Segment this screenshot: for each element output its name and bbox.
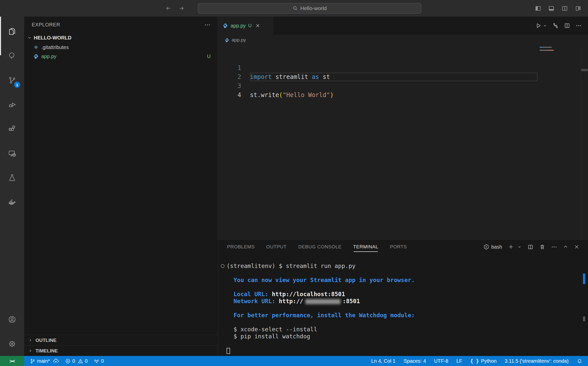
activity-item-search[interactable] xyxy=(0,43,24,68)
errors-icon xyxy=(65,358,71,364)
chevron-down-icon xyxy=(27,35,32,40)
panel-tab-terminal[interactable]: TERMINAL xyxy=(353,240,378,254)
views-more-actions-icon[interactable] xyxy=(204,22,211,28)
customize-layout-icon[interactable] xyxy=(575,5,581,12)
split-editor-icon[interactable] xyxy=(564,22,570,29)
terminal-line: For better performance, install the Watc… xyxy=(227,312,579,319)
code-line-3: 3 st.write("Hello World") xyxy=(218,63,588,72)
activity-item-extensions[interactable] xyxy=(0,117,24,141)
workspace-folder-row[interactable]: HELLO-WORLD xyxy=(24,33,218,43)
terminal-overview-command-mark xyxy=(583,273,585,284)
file-row-app-py[interactable]: app.py U xyxy=(24,52,218,61)
run-python-file-icon[interactable] xyxy=(535,22,542,29)
radio-tower-icon xyxy=(94,358,99,364)
section-outline[interactable]: OUTLINE xyxy=(24,335,218,345)
new-terminal-icon[interactable] xyxy=(508,244,514,250)
forwarded-ports-item[interactable]: 0 xyxy=(92,358,106,364)
file-name: .gitattributes xyxy=(41,44,69,50)
cursor-position-item[interactable]: Ln 4, Col 1 xyxy=(371,358,396,364)
panel-tab-debug-console[interactable]: DEBUG CONSOLE xyxy=(298,240,342,254)
terminal-dropdown-chevron-icon[interactable] xyxy=(517,245,522,249)
activity-bar: 1 xyxy=(0,17,24,356)
toggle-panel-icon[interactable] xyxy=(548,5,555,12)
encoding-item[interactable]: UTF-8 xyxy=(434,358,448,364)
remote-indicator[interactable]: >< xyxy=(0,356,24,366)
current-line-highlight xyxy=(250,73,537,81)
editor-tab-bar: app.py U xyxy=(218,17,588,35)
panel-tab-output[interactable]: OUTPUT xyxy=(266,240,287,254)
tab-untracked-badge: U xyxy=(248,23,252,28)
panel-more-actions-icon[interactable] xyxy=(551,244,557,250)
file-name: app.py xyxy=(41,54,56,59)
breadcrumb[interactable]: app.py xyxy=(218,35,588,45)
terminal-line: Network URL: http://:8501 xyxy=(227,298,579,305)
activity-item-explorer[interactable] xyxy=(0,19,24,43)
close-icon[interactable] xyxy=(255,23,260,28)
terminal-output[interactable]: (streamlitenv) $ streamlit run app.py Yo… xyxy=(227,262,579,354)
split-terminal-icon[interactable] xyxy=(527,244,534,250)
search-value: Hello-world xyxy=(300,5,327,11)
terminal-line: $ xcode-select --install xyxy=(227,326,579,333)
terminal-line xyxy=(227,347,579,354)
terminal-line: Local URL: http://localhost:8501 xyxy=(227,291,579,298)
panel-tab-problems[interactable]: PROBLEMS xyxy=(227,240,255,254)
kill-terminal-trash-icon[interactable] xyxy=(539,244,545,250)
scm-changes-badge: 1 xyxy=(14,82,20,88)
activity-item-source-control[interactable]: 1 xyxy=(0,68,24,92)
panel-tab-ports[interactable]: PORTS xyxy=(390,240,407,254)
sidebar-title: EXPLORER xyxy=(32,22,60,28)
editor-group[interactable]: app.py U app.py 1 import streamlit as st… xyxy=(218,17,588,239)
activity-item-settings[interactable] xyxy=(0,332,24,356)
vscode-window: Hello-world 1 EXPLORER HELLO-WORLD .gita… xyxy=(0,0,588,366)
notifications-bell-icon[interactable] xyxy=(577,358,582,364)
breadcrumb-file: app.py xyxy=(232,37,246,43)
terminal-line xyxy=(227,305,579,312)
python-icon xyxy=(223,23,228,28)
minimap[interactable] xyxy=(538,45,581,239)
terminal-line xyxy=(227,284,579,291)
terminal-instance-chip[interactable]: bash xyxy=(483,244,502,250)
close-panel-icon[interactable] xyxy=(574,244,579,250)
ports-count: 0 xyxy=(101,358,104,364)
command-center-search[interactable]: Hello-world xyxy=(198,3,421,14)
bottom-panel: PROBLEMS OUTPUT DEBUG CONSOLE TERMINAL P… xyxy=(218,239,588,356)
history-back-icon[interactable] xyxy=(165,5,172,12)
indentation-item[interactable]: Spaces: 4 xyxy=(403,358,426,364)
command-decoration-icon[interactable] xyxy=(221,264,225,268)
section-timeline[interactable]: TIMELINE xyxy=(24,345,218,356)
terminal-line: (streamlitenv) $ streamlit run app.py xyxy=(227,262,579,269)
eol-item[interactable]: LF xyxy=(456,358,462,364)
chevron-right-icon xyxy=(28,338,32,342)
chevron-right-icon xyxy=(28,349,32,353)
open-changes-icon[interactable] xyxy=(552,22,559,29)
activity-item-run-and-debug[interactable] xyxy=(0,92,24,117)
terminal-line xyxy=(227,269,579,277)
workspace-folder-name: HELLO-WORLD xyxy=(34,35,71,41)
problems-item[interactable]: 0 0 xyxy=(63,358,90,364)
code-area[interactable]: 1 import streamlit as st 2 3 st.write("H… xyxy=(218,45,588,81)
activity-item-testing[interactable] xyxy=(0,165,24,190)
run-dropdown-chevron-icon[interactable] xyxy=(543,23,547,28)
activity-item-remote-explorer[interactable] xyxy=(0,141,24,165)
search-icon xyxy=(292,6,298,11)
git-branch-item[interactable]: main* xyxy=(28,358,61,364)
terminal-scrollbar-thumb[interactable] xyxy=(583,316,585,321)
gitattributes-icon xyxy=(33,44,39,50)
terminal-line xyxy=(227,340,579,347)
status-bar: >< main* 0 0 0 Ln 4, Col 1 Spaces: 4 UTF… xyxy=(0,356,588,366)
python-interpreter-item[interactable]: 3.11.5 ('streamlitenv': conda) xyxy=(505,358,569,364)
terminal-line: $ pip install watchdog xyxy=(227,333,579,340)
history-forward-icon[interactable] xyxy=(178,5,185,12)
language-mode-item[interactable]: { } Python xyxy=(470,358,497,364)
section-label: OUTLINE xyxy=(35,338,56,343)
python-icon xyxy=(225,38,229,42)
activity-item-docker[interactable] xyxy=(0,190,24,214)
maximize-panel-chevron-icon[interactable] xyxy=(563,244,568,250)
file-row--gitattributes[interactable]: .gitattributes xyxy=(24,43,218,52)
editor-layout-icon[interactable] xyxy=(561,5,568,12)
editor-more-actions-icon[interactable] xyxy=(575,22,582,29)
section-label: TIMELINE xyxy=(35,348,58,354)
toggle-sidebar-icon[interactable] xyxy=(535,5,541,12)
activity-item-accounts[interactable] xyxy=(0,307,24,332)
tab-app-py[interactable]: app.py U xyxy=(218,17,273,35)
